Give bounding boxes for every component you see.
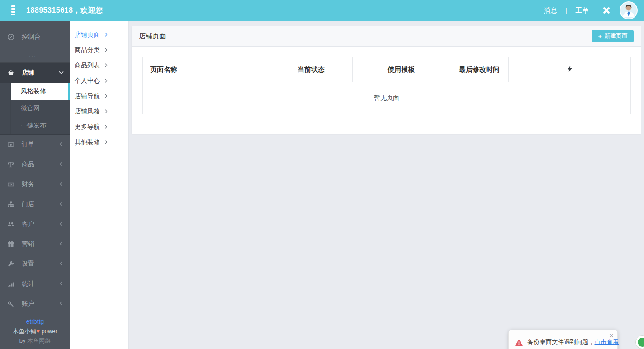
chevron-left-icon	[58, 261, 65, 267]
subnav-item-more-navigation[interactable]: 更多导航	[70, 119, 128, 135]
sidebar-item-label: 商品	[22, 160, 58, 169]
sidebar-item-account[interactable]: 账户	[0, 294, 70, 314]
page-title: 店铺页面	[139, 32, 166, 41]
chevron-left-icon	[58, 281, 65, 287]
toast-message-text: 备份桌面文件遇到问题，	[527, 339, 595, 345]
sidebar-item-label: 客户	[22, 220, 58, 228]
sidebar-item-shop[interactable]: 店铺	[0, 63, 70, 83]
subnav-label: 个人中心	[75, 77, 100, 85]
chevron-right-icon	[104, 109, 109, 114]
sidebar-item-console[interactable]: 控制台	[0, 27, 70, 47]
sidebar-item-statistics[interactable]: 统计	[0, 274, 70, 294]
close-icon[interactable]: ×	[609, 332, 614, 340]
users-icon	[7, 221, 15, 228]
key-icon	[7, 300, 15, 307]
basket-icon	[7, 69, 15, 76]
top-header-bar: 18895315618，欢迎您 消息 | 工单	[0, 0, 644, 21]
chevron-right-icon	[104, 63, 109, 68]
messages-link[interactable]: 消息	[544, 6, 557, 15]
bill-icon	[7, 141, 15, 148]
chevron-right-icon	[104, 124, 109, 130]
sidebar-item-customers[interactable]: 客户	[0, 214, 70, 234]
col-page-name: 页面名称	[143, 57, 270, 82]
chevron-left-icon	[58, 201, 65, 208]
chevron-left-icon	[58, 181, 65, 188]
chevron-right-icon	[104, 32, 109, 38]
table-header-row: 页面名称 当前状态 使用模板 最后修改时间	[143, 57, 631, 82]
subnav-item-personal-center[interactable]: 个人中心	[70, 73, 128, 89]
sidebar-subitem-style-decor[interactable]: 风格装修	[10, 83, 70, 100]
money-icon	[7, 181, 15, 188]
chevron-left-icon	[58, 221, 65, 227]
chevron-right-icon	[104, 140, 109, 145]
chevron-right-icon	[104, 78, 109, 84]
wrench-icon	[7, 260, 15, 268]
sidebar-item-label: 财务	[22, 180, 58, 189]
subnav-item-product-list[interactable]: 商品列表	[70, 58, 128, 73]
sidebar-item-label: 账户	[22, 300, 58, 308]
subnav-label: 商品分类	[75, 46, 100, 54]
secondary-sidebar: 店铺页面 商品分类 商品列表 个人中心 店铺导航 店铺风格 更多导航 其他装修	[70, 21, 129, 349]
shop-pages-card: 店铺页面 + 新建页面 页面名称 当前状态 使用模板 最后修改时间	[132, 26, 641, 134]
gift-icon	[7, 241, 15, 248]
sidebar-subitem-one-click-publish[interactable]: 一键发布	[10, 117, 70, 134]
sidebar-item-marketing[interactable]: 营销	[0, 234, 70, 254]
sitemap-icon	[7, 201, 15, 208]
chevron-left-icon	[58, 161, 65, 168]
col-current-status: 当前状态	[270, 57, 352, 82]
empty-state-text: 暂无页面	[143, 82, 631, 114]
subnav-item-other-decor[interactable]: 其他装修	[70, 135, 128, 150]
dashboard-icon	[7, 33, 15, 41]
sidebar-footer: etrbttg 木鱼小铺♥ power by 木鱼网络	[0, 317, 70, 345]
sidebar-toggle-icon[interactable]	[0, 5, 26, 15]
col-actions	[509, 57, 631, 82]
sidebar-collapsed-item[interactable]: ...	[0, 47, 70, 62]
workorders-link[interactable]: 工单	[575, 6, 589, 15]
pages-table: 页面名称 当前状态 使用模板 最后修改时间 暂无页面	[142, 57, 631, 114]
subnav-item-shop-pages[interactable]: 店铺页面	[70, 27, 128, 42]
shop-name-link[interactable]: etrbttg	[0, 317, 70, 326]
sidebar-subitem-micro-site[interactable]: 微官网	[10, 100, 70, 117]
subnav-label: 店铺导航	[75, 92, 100, 100]
sidebar-item-products[interactable]: 商品	[0, 155, 70, 174]
lightning-icon	[567, 66, 573, 72]
chevron-left-icon	[58, 301, 65, 307]
col-last-modified: 最后修改时间	[450, 57, 508, 82]
chevron-right-icon	[104, 94, 109, 99]
tools-icon[interactable]	[601, 5, 611, 15]
chevron-down-icon	[58, 70, 65, 76]
subnav-label: 更多导航	[75, 123, 100, 131]
bar-chart-icon	[7, 280, 15, 288]
sidebar-item-label: 订单	[22, 141, 58, 149]
company-name: 木鱼网络	[27, 337, 51, 344]
subnav-item-shop-style[interactable]: 店铺风格	[70, 104, 128, 119]
sidebar-item-stores[interactable]: 门店	[0, 194, 70, 214]
main-content-area: 店铺页面 + 新建页面 页面名称 当前状态 使用模板 最后修改时间	[129, 21, 644, 349]
sidebar-item-label: 统计	[22, 280, 58, 288]
col-template-used: 使用模板	[352, 57, 450, 82]
header-divider: |	[565, 7, 567, 14]
backup-warning-toast: × 备份桌面文件遇到问题，点击查看	[508, 330, 618, 349]
subnav-item-shop-navigation[interactable]: 店铺导航	[70, 89, 128, 104]
powered-by-line: 木鱼小铺♥ power	[0, 326, 70, 336]
user-avatar[interactable]	[620, 1, 638, 19]
subnav-label: 其他装修	[75, 138, 100, 146]
brand-name: 木鱼小铺	[13, 328, 36, 335]
heart-icon: ♥	[36, 328, 40, 335]
card-header: 店铺页面 + 新建页面	[132, 26, 641, 47]
sidebar-item-label: 店铺	[22, 69, 58, 77]
new-page-button[interactable]: + 新建页面	[592, 30, 634, 42]
sidebar-item-settings[interactable]: 设置	[0, 254, 70, 274]
subnav-item-product-categories[interactable]: 商品分类	[70, 42, 128, 58]
sidebar-item-orders[interactable]: 订单	[0, 135, 70, 155]
sidebar-item-finance[interactable]: 财务	[0, 174, 70, 194]
toast-view-link[interactable]: 点击查看	[595, 339, 619, 345]
sidebar-item-label: 设置	[22, 260, 58, 268]
company-line: by 木鱼网络	[0, 336, 70, 345]
sidebar-item-label: 门店	[22, 200, 58, 208]
sidebar-item-label: 营销	[22, 240, 58, 248]
subnav-label: 店铺页面	[75, 31, 100, 39]
chevron-left-icon	[58, 241, 65, 247]
subnav-label: 店铺风格	[75, 108, 100, 116]
warning-triangle-icon	[515, 339, 523, 346]
